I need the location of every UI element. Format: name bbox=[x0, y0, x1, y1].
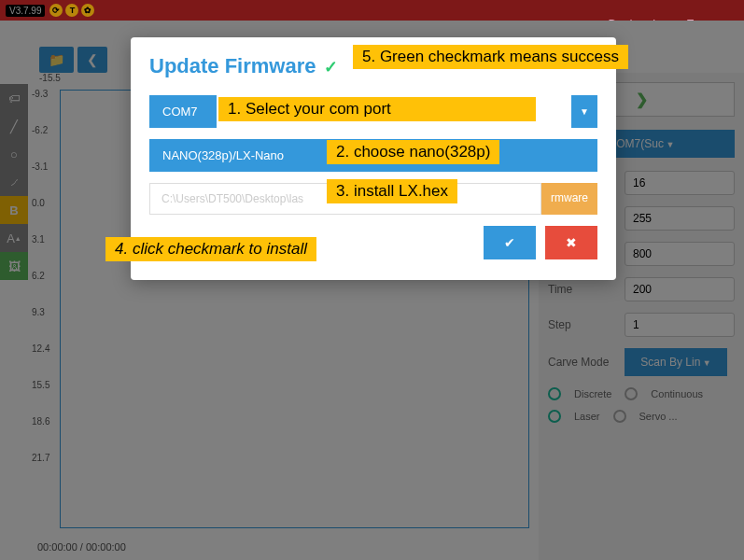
annotation-4: 4. click checkmark to install bbox=[105, 237, 316, 261]
annotation-3: 3. install LX.hex bbox=[327, 179, 457, 203]
titlebar-icons: ⟳ T ✿ bbox=[49, 4, 94, 17]
com-port-dropdown-button[interactable]: ▼ bbox=[571, 95, 597, 128]
browse-firmware-button[interactable]: rmware bbox=[541, 183, 597, 215]
titlebar-icon-1[interactable]: ⟳ bbox=[49, 4, 63, 17]
com-port-selected: COM7 bbox=[149, 95, 217, 128]
modal-title: Update Firmware bbox=[149, 54, 316, 78]
titlebar-icon-3[interactable]: ✿ bbox=[81, 4, 94, 17]
version-badge: V3.7.99 bbox=[6, 5, 45, 17]
confirm-button[interactable]: ✔ bbox=[484, 226, 536, 259]
cancel-button[interactable]: ✖ bbox=[545, 226, 597, 259]
annotation-2: 2. choose nano(328p) bbox=[327, 140, 499, 164]
checkmark-success-icon: ✓ bbox=[324, 58, 338, 77]
annotation-5: 5. Green checkmark means success bbox=[353, 45, 628, 69]
titlebar-icon-2[interactable]: T bbox=[65, 4, 78, 17]
annotation-1: 1. Select your com port bbox=[218, 97, 536, 121]
